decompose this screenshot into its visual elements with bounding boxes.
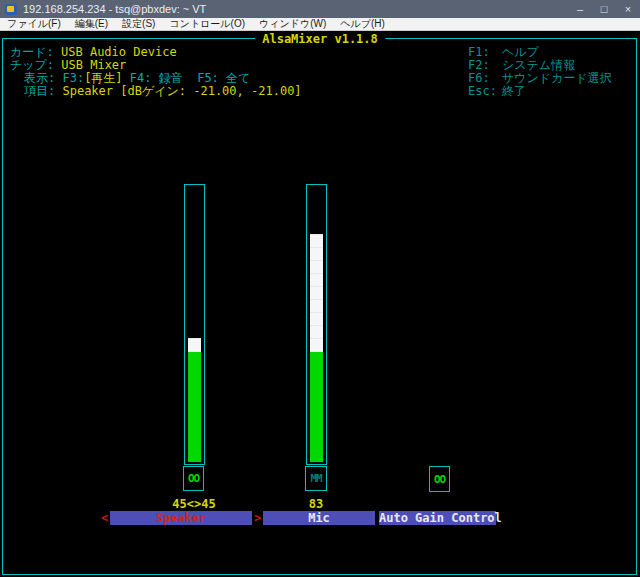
view-other-modes: F4: 録音 F5: 全て	[123, 71, 251, 85]
menu-control[interactable]: コントロール(O)	[162, 18, 252, 30]
speaker-mute-indicator: OO	[183, 466, 204, 491]
item-value: Speaker [dBゲイン: -21.00, -21.00]	[62, 84, 301, 98]
selection-arrow-left: <	[99, 511, 110, 525]
item-label: 項目:	[24, 84, 62, 98]
card-value: USB Audio Device	[61, 45, 177, 59]
channel-label-auto-gain-control[interactable]: Auto Gain Control	[379, 511, 496, 525]
view-label: 表示:	[24, 71, 62, 85]
terminal-window: 192.168.254.234 - tsq@pbxdev: ~ VT – □ ×…	[0, 0, 640, 577]
menu-window[interactable]: ウィンドウ(W)	[252, 18, 333, 30]
maximize-button[interactable]: □	[592, 0, 616, 18]
channel-label-speaker[interactable]: Speaker	[110, 511, 252, 525]
chip-label: チップ:	[10, 58, 61, 72]
speaker-bar-green-zone	[188, 352, 201, 462]
speaker-value: 45<>45	[154, 498, 234, 511]
channel-label-mic[interactable]: Mic	[263, 511, 375, 525]
minimize-button[interactable]: –	[568, 0, 592, 18]
titlebar[interactable]: 192.168.254.234 - tsq@pbxdev: ~ VT – □ ×	[0, 0, 640, 18]
mic-mute-indicator: MM	[305, 466, 327, 491]
mic-bar-green-zone	[310, 352, 323, 462]
chip-value: USB Mixer	[61, 58, 126, 72]
menu-help[interactable]: ヘルプ(H)	[333, 18, 392, 30]
speaker-volume-bar	[184, 184, 205, 465]
selection-arrow-right: >	[252, 511, 263, 525]
window-title: 192.168.254.234 - tsq@pbxdev: ~ VT	[23, 3, 568, 15]
view-active-mode: [再生]	[84, 71, 122, 85]
speaker-bar-white-zone	[188, 338, 201, 352]
menu-file[interactable]: ファイル(F)	[0, 18, 68, 30]
terminal-screen[interactable]: AlsaMixer v1.1.8 カード: USB Audio Device チ…	[0, 31, 640, 577]
close-button[interactable]: ×	[616, 0, 640, 18]
menu-settings[interactable]: 設定(S)	[115, 18, 162, 30]
auto-gain-switch-indicator: OO	[429, 466, 450, 492]
info-item: 項目: Speaker [dBゲイン: -21.00, -21.00]	[24, 85, 302, 98]
menu-edit[interactable]: 編集(E)	[68, 18, 115, 30]
alsamixer-title: AlsaMixer v1.1.8	[255, 32, 385, 46]
card-label: カード:	[10, 45, 61, 59]
help-esc: Esc:終了	[468, 85, 526, 98]
mic-bar-white-zone	[310, 234, 323, 352]
app-icon[interactable]	[5, 4, 17, 15]
mic-value: 83	[276, 498, 356, 511]
view-f3-key: F3:	[62, 71, 84, 85]
mic-volume-bar	[306, 184, 327, 465]
menubar: ファイル(F) 編集(E) 設定(S) コントロール(O) ウィンドウ(W) ヘ…	[0, 18, 640, 31]
